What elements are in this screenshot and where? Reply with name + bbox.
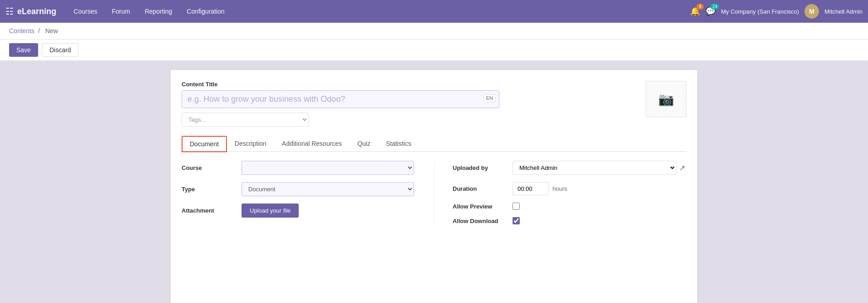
chat-badge: 24 xyxy=(710,4,719,10)
type-select[interactable]: Document Video Infographic Presentation … xyxy=(242,182,414,196)
allow-preview-field-row: Allow Preview xyxy=(453,203,686,210)
breadcrumb-separator: / xyxy=(38,27,40,35)
lang-badge: EN xyxy=(483,94,496,102)
nav-configuration[interactable]: Configuration xyxy=(180,4,231,19)
allow-download-checkbox[interactable] xyxy=(513,217,520,224)
username: Mitchell Admin xyxy=(824,8,863,15)
breadcrumb-current: New xyxy=(45,27,58,35)
app-brand: eLearning xyxy=(17,7,56,16)
allow-preview-checkbox-wrapper xyxy=(513,203,520,210)
notification-badge: 4 xyxy=(696,4,704,10)
attachment-label: Attachment xyxy=(182,207,236,214)
form-top: Content Title EN Tags... 📷 xyxy=(182,81,686,127)
uploaded-by-field-row: Uploaded by Mitchell Admin ↗ xyxy=(453,161,686,175)
type-field-row: Type Document Video Infographic Presenta… xyxy=(182,182,434,196)
uploaded-by-select[interactable]: Mitchell Admin xyxy=(513,161,676,175)
duration-input[interactable] xyxy=(513,182,549,195)
tabs: Document Description Additional Resource… xyxy=(182,136,686,152)
tab-description[interactable]: Description xyxy=(227,136,274,152)
save-button[interactable]: Save xyxy=(9,43,38,57)
discard-button[interactable]: Discard xyxy=(42,43,79,57)
duration-wrapper: hours xyxy=(513,182,567,195)
tab-quiz[interactable]: Quiz xyxy=(350,136,378,152)
allow-download-field-row: Allow Download xyxy=(453,217,686,224)
form-fields: Course Type Document Video Infographic P… xyxy=(182,161,686,224)
navbar-right: 🔔 4 💬 24 My Company (San Francisco) M Mi… xyxy=(690,4,863,19)
duration-label: Duration xyxy=(453,185,507,192)
grid-icon[interactable]: ☷ xyxy=(5,6,14,17)
form-card: Content Title EN Tags... 📷 Document Desc… xyxy=(171,70,697,303)
chat-icon[interactable]: 💬 24 xyxy=(705,6,715,16)
title-input-wrapper: EN xyxy=(182,90,636,108)
course-select[interactable] xyxy=(242,161,414,175)
photo-upload[interactable]: 📷 xyxy=(646,81,686,117)
form-top-left: Content Title EN Tags... xyxy=(182,81,636,127)
tab-additional-resources[interactable]: Additional Resources xyxy=(274,136,350,152)
allow-download-checkbox-wrapper xyxy=(513,217,520,224)
action-bar: Save Discard xyxy=(0,40,868,61)
navbar: ☷ eLearning Courses Forum Reporting Conf… xyxy=(0,0,868,23)
uploaded-by-wrapper: Mitchell Admin ↗ xyxy=(513,161,685,175)
user-avatar[interactable]: M xyxy=(804,4,819,19)
form-right: Uploaded by Mitchell Admin ↗ Duration ho… xyxy=(434,161,686,224)
attachment-field-row: Attachment Upload your file xyxy=(182,204,434,218)
course-field-row: Course xyxy=(182,161,434,175)
type-label: Type xyxy=(182,186,236,193)
hours-label: hours xyxy=(552,185,567,192)
content-title-label: Content Title xyxy=(182,81,636,88)
breadcrumb-parent[interactable]: Contents xyxy=(9,27,35,35)
main-area: Content Title EN Tags... 📷 Document Desc… xyxy=(0,61,868,303)
company-name: My Company (San Francisco) xyxy=(721,8,799,15)
form-left: Course Type Document Video Infographic P… xyxy=(182,161,434,224)
course-label: Course xyxy=(182,164,236,171)
tab-document[interactable]: Document xyxy=(182,136,227,152)
nav-courses[interactable]: Courses xyxy=(67,4,104,19)
notification-icon[interactable]: 🔔 4 xyxy=(690,6,700,16)
nav-reporting[interactable]: Reporting xyxy=(138,4,179,19)
breadcrumb: Contents / New xyxy=(0,23,868,40)
uploaded-by-label: Uploaded by xyxy=(453,164,507,171)
duration-field-row: Duration hours xyxy=(453,182,686,195)
tags-select[interactable]: Tags... xyxy=(182,113,309,127)
tab-statistics[interactable]: Statistics xyxy=(378,136,419,152)
allow-preview-label: Allow Preview xyxy=(453,203,507,210)
nav-forum[interactable]: Forum xyxy=(105,4,136,19)
navbar-menu: Courses Forum Reporting Configuration xyxy=(67,4,690,19)
allow-preview-checkbox[interactable] xyxy=(513,203,520,210)
external-link-icon[interactable]: ↗ xyxy=(679,164,685,172)
allow-download-label: Allow Download xyxy=(453,218,507,224)
upload-button[interactable]: Upload your file xyxy=(242,204,299,218)
title-input[interactable] xyxy=(182,90,499,108)
camera-icon: 📷 xyxy=(658,92,674,107)
